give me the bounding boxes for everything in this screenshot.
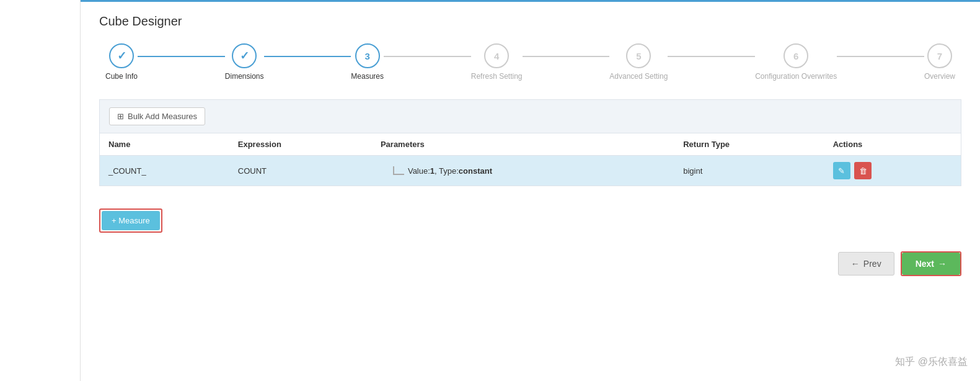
step-7: 7 Overview xyxy=(924,43,955,81)
step-circle-6[interactable]: 6 xyxy=(784,43,808,68)
cell-parameters: Value:1, Type:constant xyxy=(372,156,674,186)
checkmark-icon-2: ✓ xyxy=(240,49,249,63)
step-circle-5[interactable]: 5 xyxy=(626,43,651,68)
step-number-7: 7 xyxy=(937,51,942,61)
step-circle-2[interactable]: ✓ xyxy=(232,43,257,68)
cell-actions: ✎ 🗑 xyxy=(824,156,961,186)
step-circle-3[interactable]: 3 xyxy=(355,43,380,68)
step-number-3: 3 xyxy=(364,51,369,61)
col-header-return-type: Return Type xyxy=(674,133,824,156)
main-content: Cube Designer ✓ Cube Info ✓ Dimensions xyxy=(81,0,980,381)
cell-name: _COUNT_ xyxy=(100,156,229,186)
page-title: Cube Designer xyxy=(99,14,961,29)
connector-1-2 xyxy=(138,56,225,57)
step-label-3: Measures xyxy=(351,72,384,81)
step-label-7: Overview xyxy=(924,72,955,81)
connector-5-6 xyxy=(668,56,755,57)
bulk-add-icon: ⊞ xyxy=(117,112,124,121)
step-1: ✓ Cube Info xyxy=(105,43,138,81)
add-measure-wrapper: + Measure xyxy=(99,208,162,233)
prev-button[interactable]: ← Prev xyxy=(838,252,894,276)
stepper: ✓ Cube Info ✓ Dimensions 3 Measures xyxy=(99,43,961,81)
step-circle-7[interactable]: 7 xyxy=(927,43,952,68)
add-measure-button[interactable]: + Measure xyxy=(102,211,160,230)
step-circle-4[interactable]: 4 xyxy=(484,43,509,68)
step-3: 3 Measures xyxy=(351,43,384,81)
prev-label: Prev xyxy=(863,259,881,269)
connector-4-5 xyxy=(523,56,610,57)
step-5: 5 Advanced Setting xyxy=(609,43,668,81)
step-label-2: Dimensions xyxy=(225,72,264,81)
step-number-4: 4 xyxy=(494,51,499,61)
connector-6-7 xyxy=(837,56,924,57)
col-header-actions: Actions xyxy=(824,133,961,156)
col-header-parameters: Parameters xyxy=(372,133,674,156)
checkmark-icon-1: ✓ xyxy=(117,49,126,63)
step-number-5: 5 xyxy=(636,51,641,61)
step-label-1: Cube Info xyxy=(105,72,138,81)
param-indent-block: Value:1, Type:constant xyxy=(381,166,666,176)
col-header-name: Name xyxy=(100,133,229,156)
prev-arrow-icon: ← xyxy=(851,259,860,269)
next-button[interactable]: Next → xyxy=(902,253,960,275)
step-2: ✓ Dimensions xyxy=(225,43,264,81)
bulk-add-measures-button[interactable]: ⊞ Bulk Add Measures xyxy=(109,107,205,125)
add-measure-label: + Measure xyxy=(112,216,150,225)
delete-measure-button[interactable]: 🗑 xyxy=(854,162,872,179)
table-row: _COUNT_ COUNT Value:1, Type:constant big… xyxy=(100,156,961,186)
measures-table: Name Expression Parameters Return Type A… xyxy=(99,133,961,186)
step-label-4: Refresh Setting xyxy=(471,72,523,81)
measures-toolbar: ⊞ Bulk Add Measures xyxy=(99,99,961,133)
step-4: 4 Refresh Setting xyxy=(471,43,523,81)
col-header-expression: Expression xyxy=(229,133,372,156)
trash-icon: 🗑 xyxy=(859,166,867,176)
next-button-wrapper: Next → xyxy=(901,251,961,276)
next-arrow-icon: → xyxy=(938,259,947,269)
table-header-row: Name Expression Parameters Return Type A… xyxy=(100,133,961,156)
add-measure-section: + Measure xyxy=(99,197,961,233)
footer-actions: ← Prev Next → xyxy=(99,251,961,289)
bulk-add-label: Bulk Add Measures xyxy=(128,112,197,121)
step-circle-1[interactable]: ✓ xyxy=(109,43,134,68)
connector-3-4 xyxy=(384,56,471,57)
step-label-6: Configuration Overwrites xyxy=(755,72,837,81)
connector-2-3 xyxy=(264,56,351,57)
edit-icon: ✎ xyxy=(838,166,845,176)
cell-return-type: bigint xyxy=(674,156,824,186)
step-label-5: Advanced Setting xyxy=(609,72,668,81)
step-6: 6 Configuration Overwrites xyxy=(755,43,837,81)
sidebar xyxy=(0,0,81,381)
cell-expression: COUNT xyxy=(229,156,372,186)
edit-measure-button[interactable]: ✎ xyxy=(833,162,850,179)
param-value-label: Value:1, Type:constant xyxy=(408,166,492,176)
step-number-6: 6 xyxy=(793,51,798,61)
watermark: 知乎 @乐依喜益 xyxy=(895,356,968,369)
next-label: Next xyxy=(916,259,934,269)
